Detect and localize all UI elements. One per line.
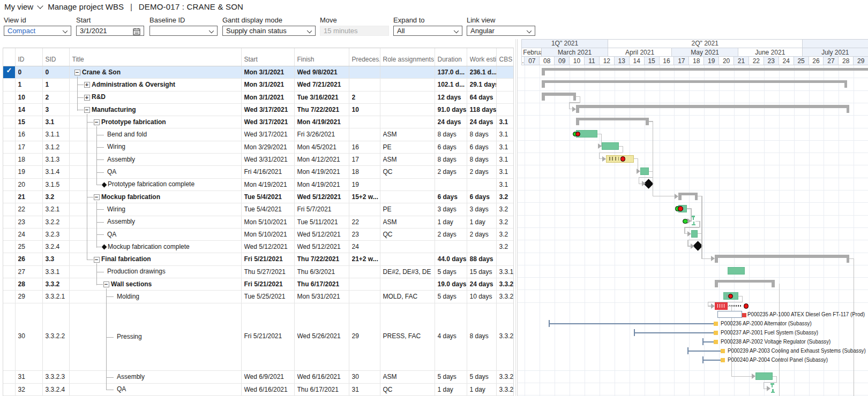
timeline-week[interactable]: 17 <box>674 56 689 66</box>
timeline-week[interactable]: 21 <box>734 56 749 66</box>
component-square-yellow[interactable] <box>721 358 725 362</box>
column-header-roles[interactable]: Role assignments <box>383 56 435 63</box>
view-id-select[interactable]: Compact <box>4 26 71 36</box>
timeline-week[interactable]: 13 <box>615 56 630 66</box>
timeline-month[interactable]: July 2021 <box>803 48 868 57</box>
table-row-10[interactable]: 102Mon 3/1/2021Tue 3/16/2021212 days64 d… <box>3 92 513 104</box>
table-row-15[interactable]: 153.1Wed 3/17/2021Mon 4/19/202124 days24… <box>3 116 513 128</box>
timeline-week[interactable]: 10 <box>570 56 585 66</box>
task-bar-green[interactable] <box>728 267 745 275</box>
row-checkbox-checked[interactable]: ✓ <box>3 66 15 78</box>
column-header-sid[interactable]: SID <box>46 56 70 63</box>
table-gantt-splitter[interactable] <box>515 39 516 396</box>
summary-bar[interactable] <box>542 80 847 83</box>
column-header-start[interactable]: Start <box>244 56 295 63</box>
timeline-week[interactable]: 27 <box>824 56 839 66</box>
column-header-work[interactable]: Work esti... <box>470 56 497 63</box>
component-outline-bar[interactable] <box>717 311 742 318</box>
table-row-24[interactable]: 243.2.3Mon 5/10/2021Wed 5/12/202123QC2 d… <box>3 229 513 241</box>
timeline-week[interactable]: 20 <box>719 56 734 66</box>
column-header-finish[interactable]: Finish <box>297 56 349 63</box>
summary-bar[interactable] <box>576 105 849 108</box>
timeline-week[interactable]: 16 <box>660 56 675 66</box>
table-row-25[interactable]: 253.2.4Wed 5/12/2021Wed 5/12/2021243.2Mo… <box>3 241 513 253</box>
table-row-31[interactable]: 313.3.2.3Wed 6/9/2021Wed 6/16/202130ASM5… <box>3 371 513 383</box>
timeline-week[interactable]: 09 <box>555 56 570 66</box>
task-bar-green[interactable] <box>691 230 698 238</box>
table-row-27[interactable]: 273.3.1Thu 5/27/2021Thu 6/3/2021DE#2, DE… <box>3 266 513 278</box>
calendar-icon[interactable] <box>133 28 140 35</box>
component-square-yellow[interactable] <box>721 349 725 353</box>
timeline-quarter[interactable]: 2Q" 2021 <box>608 39 803 48</box>
table-row-0[interactable]: ✓00Mon 3/1/2021Wed 9/8/2021137.0 d...236… <box>3 66 513 79</box>
expand-to-select[interactable]: All <box>393 26 462 36</box>
timeline-week[interactable]: 14 <box>630 56 645 66</box>
table-row-1[interactable]: 11Mon 3/1/2021Wed 7/21/2021102.1 d...29.… <box>3 79 513 91</box>
collapse-button[interactable]: − <box>103 281 109 287</box>
task-bar-green[interactable] <box>640 167 649 175</box>
timeline-week[interactable]: 19 <box>704 56 719 66</box>
timeline-week[interactable]: 26 <box>809 56 824 66</box>
table-row-32[interactable]: 323.3.2.4Wed 6/16/2021Thu 6/17/202131QC1… <box>3 384 513 396</box>
timeline-month[interactable]: April 2021 <box>608 48 672 57</box>
collapse-button[interactable]: − <box>94 119 100 125</box>
timeline-month[interactable]: June 2021 <box>738 48 803 57</box>
link-view-select[interactable]: Angular <box>467 26 535 36</box>
timeline-week[interactable]: 25 <box>794 56 809 66</box>
task-bar-green[interactable] <box>602 142 619 150</box>
collapse-button[interactable]: − <box>74 70 80 75</box>
gantt-display-mode-select[interactable]: Supply chain status <box>222 26 316 36</box>
timeline-week[interactable]: 08 <box>540 56 555 66</box>
collapse-button[interactable]: − <box>94 194 100 200</box>
my-view-menu[interactable]: My view <box>4 2 33 11</box>
summary-bar[interactable] <box>715 280 775 283</box>
timeline-week[interactable]: 28 <box>839 56 854 66</box>
timeline-week[interactable]: 23 <box>764 56 779 66</box>
timeline-month[interactable]: March 2021 <box>542 48 608 57</box>
component-square-yellow[interactable] <box>714 322 718 326</box>
table-row-14[interactable]: 143Wed 3/17/2021Thu 7/22/20211091.0 days… <box>3 104 513 116</box>
component-square-yellow[interactable] <box>714 340 718 344</box>
table-row-29[interactable]: 293.3.2.1Tue 5/25/2021Mon 5/31/2021MOLD,… <box>3 291 513 303</box>
summary-bar[interactable] <box>576 118 649 121</box>
table-row-22[interactable]: 223.2.1Tue 5/4/2021Fri 5/7/2021PE3 days3… <box>3 203 513 216</box>
table-row-30[interactable]: 303.3.2.2Fri 5/21/2021Wed 5/26/202129PRE… <box>3 303 513 371</box>
timeline-week[interactable]: 29 <box>854 56 868 66</box>
timeline-week[interactable]: 24 <box>779 56 794 66</box>
column-header-cbs[interactable]: CBS ... <box>499 56 514 63</box>
timeline-week[interactable]: 18 <box>689 56 704 66</box>
summary-bar[interactable] <box>542 68 868 71</box>
timeline-week[interactable]: 07 <box>525 56 540 66</box>
timeline-week[interactable]: 22 <box>749 56 764 66</box>
collapse-button[interactable]: − <box>84 107 90 113</box>
table-row-20[interactable]: 203.1.5Mon 4/19/2021Mon 4/19/2021193.1Pr… <box>3 179 513 191</box>
column-header-id[interactable]: ID <box>18 56 43 63</box>
expand-button[interactable]: + <box>84 82 90 88</box>
table-row-23[interactable]: 233.2.2Mon 5/10/2021Tue 5/11/202122ASM1 … <box>3 216 513 229</box>
table-row-21[interactable]: 213.2Tue 5/4/2021Wed 5/12/202115+2 w...6… <box>3 191 513 203</box>
table-row-18[interactable]: 183.1.3Wed 3/31/2021Mon 4/12/202117ASM8 … <box>3 154 513 166</box>
column-header-pred[interactable]: Predeces... <box>352 56 380 63</box>
table-row-16[interactable]: 163.1.1Wed 3/17/2021Fri 3/26/2021ASM8 da… <box>3 128 513 141</box>
task-bar-green[interactable] <box>755 372 773 380</box>
table-row-17[interactable]: 173.1.2Mon 3/29/2021Mon 4/5/202116PE6 da… <box>3 141 513 154</box>
timeline-week[interactable]: 12 <box>600 56 615 66</box>
component-square-red[interactable] <box>742 313 746 317</box>
timeline-week[interactable]: 15 <box>645 56 660 66</box>
collapse-button[interactable]: − <box>94 257 100 263</box>
table-row-19[interactable]: 193.1.4Fri 4/16/2021Mon 4/19/202118QC2 d… <box>3 166 513 178</box>
column-header-title[interactable]: Title <box>72 56 242 63</box>
component-square-yellow[interactable] <box>714 331 718 335</box>
timeline-quarter[interactable]: 1Q" 2021 <box>521 39 608 48</box>
timeline-quarter[interactable] <box>803 39 868 48</box>
timeline-month[interactable]: Februa... <box>521 48 542 57</box>
table-row-26[interactable]: 263.3Fri 5/21/2021Thu 7/22/202121+2 w...… <box>3 253 513 265</box>
summary-bar[interactable] <box>542 93 576 96</box>
table-row-28[interactable]: 283.3.2Fri 5/21/2021Thu 6/17/202119.0 da… <box>3 278 513 291</box>
timeline-month[interactable]: May 2021 <box>672 48 738 57</box>
expand-button[interactable]: + <box>84 95 90 101</box>
baseline-id-select[interactable] <box>149 26 218 36</box>
start-date-input[interactable]: 3/1/2021 <box>76 26 144 36</box>
task-bar-yellow[interactable] <box>606 155 634 163</box>
timeline-week[interactable]: 11 <box>585 56 600 66</box>
